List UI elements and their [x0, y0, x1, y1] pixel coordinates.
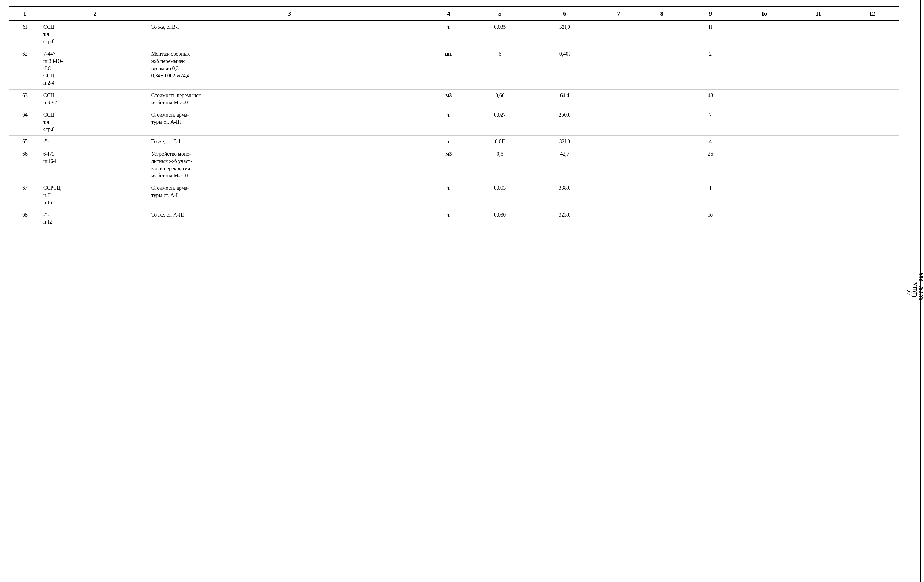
cell-65-4: т — [430, 136, 467, 148]
cell-61-2: ССЦт.ч.стр.8 — [41, 21, 149, 48]
cell-68-7 — [597, 209, 640, 228]
cell-68-11 — [791, 209, 845, 228]
cell-62-12 — [845, 48, 899, 89]
cell-61-9: II — [683, 21, 737, 48]
cell-67-8 — [640, 182, 683, 209]
cell-64-6: 250,0 — [532, 109, 597, 136]
cell-67-9: I — [683, 182, 737, 209]
cell-63-9: 43 — [683, 89, 737, 109]
header-col5: 5 — [467, 7, 532, 21]
cell-61-1: 6I — [9, 21, 41, 48]
cell-62-6: 0,40I — [532, 48, 597, 89]
cell-66-5: 0,6 — [467, 148, 532, 182]
main-table: I 2 3 4 5 6 7 8 9 Io II I2 6I — [9, 6, 899, 286]
cell-61-3: То же, ст.В-I — [149, 21, 430, 48]
cell-65-8 — [640, 136, 683, 148]
cell-66-10 — [738, 148, 791, 182]
cell-62-1: 62 — [9, 48, 41, 89]
cell-65-1: 65 — [9, 136, 41, 148]
cell-67-4: т — [430, 182, 467, 209]
page-container: - 22 - УП(I) 603 - /53.85 I — [0, 0, 924, 582]
cell-66-7 — [597, 148, 640, 182]
cell-63-8 — [640, 89, 683, 109]
cell-68-5: 0,030 — [467, 209, 532, 228]
side-label-subtitle: УП(I) — [911, 282, 918, 297]
cell-65-3: То же, ст. В-I — [149, 136, 430, 148]
cell-65-9: 4 — [683, 136, 737, 148]
cell-62-7 — [597, 48, 640, 89]
cell-66-12 — [845, 148, 899, 182]
cell-62-10 — [738, 48, 791, 89]
header-col3: 3 — [149, 7, 430, 21]
cell-68-4: т — [430, 209, 467, 228]
cell-67-5: 0,003 — [467, 182, 532, 209]
cell-63-3: Стоимость перемычекиз бетона М-200 — [149, 89, 430, 109]
cell-65-6: 32I,0 — [532, 136, 597, 148]
table-row: 65 -"- То же, ст. В-I т 0,0II 32I,0 4 — [9, 136, 899, 148]
cell-63-1: 63 — [9, 89, 41, 109]
cell-67-2: ССРСЦч.IIп.Io — [41, 182, 149, 209]
cell-65-2: -"- — [41, 136, 149, 148]
cell-67-11 — [791, 182, 845, 209]
header-col7: 7 — [597, 7, 640, 21]
table-row: 64 ССЦт.ч.стр.8 Стоимость арма-туры ст. … — [9, 109, 899, 136]
main-content: I 2 3 4 5 6 7 8 9 Io II I2 6I — [0, 0, 908, 582]
cell-61-5: 0,035 — [467, 21, 532, 48]
cell-66-4: м3 — [430, 148, 467, 182]
cell-66-11 — [791, 148, 845, 182]
cell-65-7 — [597, 136, 640, 148]
cell-67-1: 67 — [9, 182, 41, 209]
cell-63-12 — [845, 89, 899, 109]
cell-68-9: Io — [683, 209, 737, 228]
header-col12: I2 — [845, 7, 899, 21]
cell-67-12 — [845, 182, 899, 209]
cell-68-8 — [640, 209, 683, 228]
table-row: 67 ССРСЦч.IIп.Io Стоимость арма-туры ст.… — [9, 182, 899, 209]
cell-62-5: 6 — [467, 48, 532, 89]
table-row: 66 6-I73ш.I6-I Устройство моно-литных ж/… — [9, 148, 899, 182]
header-col11: II — [791, 7, 845, 21]
cell-66-3: Устройство моно-литных ж/б участ-ков в п… — [149, 148, 430, 182]
cell-64-8 — [640, 109, 683, 136]
cell-63-6: 64,4 — [532, 89, 597, 109]
cell-63-11 — [791, 89, 845, 109]
cell-64-10 — [738, 109, 791, 136]
cell-68-2: -"-п.I2 — [41, 209, 149, 228]
cell-61-11 — [791, 21, 845, 48]
cell-65-10 — [738, 136, 791, 148]
header-col8: 8 — [640, 7, 683, 21]
cell-67-6: 338,0 — [532, 182, 597, 209]
cell-67-10 — [738, 182, 791, 209]
header-col4: 4 — [430, 7, 467, 21]
cell-68-3: То же, ст. А-III — [149, 209, 430, 228]
cell-64-11 — [791, 109, 845, 136]
cell-64-12 — [845, 109, 899, 136]
table-row: 6I ССЦт.ч.стр.8 То же, ст.В-I т 0,035 32… — [9, 21, 899, 48]
cell-63-7 — [597, 89, 640, 109]
table-row: 68 -"-п.I2 То же, ст. А-III т 0,030 325,… — [9, 209, 899, 228]
cell-62-11 — [791, 48, 845, 89]
header-col10: Io — [738, 7, 791, 21]
cell-67-7 — [597, 182, 640, 209]
cell-63-10 — [738, 89, 791, 109]
cell-64-1: 64 — [9, 109, 41, 136]
cell-62-2: 7-447ш.38-Ю--I.8ССЦп.2-4 — [41, 48, 149, 89]
cell-63-4: м3 — [430, 89, 467, 109]
header-col6: 6 — [532, 7, 597, 21]
cell-66-1: 66 — [9, 148, 41, 182]
cell-64-2: ССЦт.ч.стр.8 — [41, 109, 149, 136]
cell-62-9: 2 — [683, 48, 737, 89]
cell-68-6: 325,0 — [532, 209, 597, 228]
cell-62-4: шт — [430, 48, 467, 89]
table-row: 63 ССЦп.9-92 Стоимость перемычекиз бетон… — [9, 89, 899, 109]
cell-64-9: 7 — [683, 109, 737, 136]
cell-61-8 — [640, 21, 683, 48]
cell-61-6: 32I,0 — [532, 21, 597, 48]
cell-63-5: 0,66 — [467, 89, 532, 109]
cell-61-10 — [738, 21, 791, 48]
table-row: 62 7-447ш.38-Ю--I.8ССЦп.2-4 Монтаж сборн… — [9, 48, 899, 89]
cell-65-12 — [845, 136, 899, 148]
cell-62-3: Монтаж сборныхж/б перемычеквесом до 0,3т… — [149, 48, 430, 89]
cell-64-3: Стоимость арма-туры ст. А-III — [149, 109, 430, 136]
cell-67-3: Стоимость арма-туры ст. А-I — [149, 182, 430, 209]
